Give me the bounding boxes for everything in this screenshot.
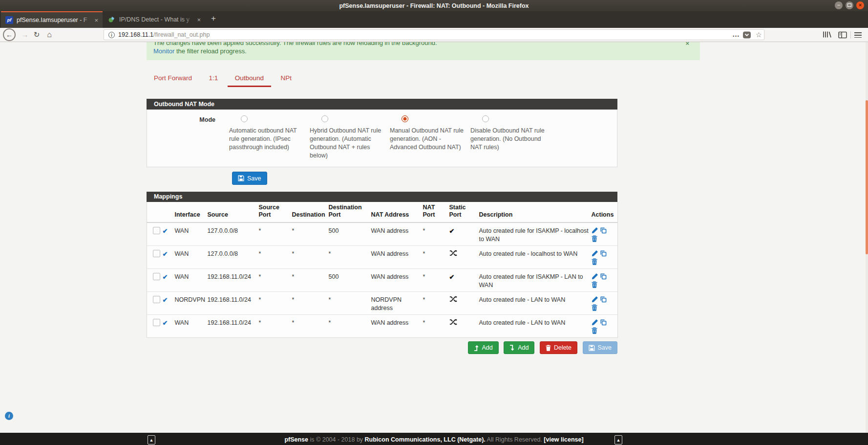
reload-icon[interactable]: ↻ xyxy=(31,28,42,42)
status-cell: ✔ xyxy=(162,315,174,338)
tab-port-forward[interactable]: Port Forward xyxy=(147,71,199,86)
pocket-icon[interactable] xyxy=(743,31,751,41)
actions-cell xyxy=(591,222,618,246)
row-checkbox[interactable] xyxy=(153,227,160,234)
save-mode-button[interactable]: Save xyxy=(232,172,267,185)
select-cell xyxy=(147,269,162,292)
destination-port-cell: * xyxy=(328,246,370,269)
page-actions-icon[interactable]: … xyxy=(731,30,741,44)
add-rule-top-button[interactable]: Add xyxy=(468,341,499,354)
forward-icon[interactable]: → xyxy=(20,28,30,42)
static-port-cell xyxy=(448,315,478,338)
edit-pencil-icon[interactable] xyxy=(592,227,598,235)
header-description: Description xyxy=(478,202,591,222)
save-button-label: Save xyxy=(247,175,261,182)
tab-1-1[interactable]: 1:1 xyxy=(201,71,225,86)
source-port-cell: * xyxy=(258,246,291,269)
close-button[interactable]: × xyxy=(856,1,864,9)
static-port-cell: ✔ xyxy=(448,269,478,292)
trash-icon[interactable] xyxy=(592,235,597,244)
site-info-icon[interactable]: i xyxy=(108,32,115,38)
destination-cell: * xyxy=(291,292,328,315)
add-button-label: Add xyxy=(518,344,529,351)
new-tab-button[interactable]: + xyxy=(211,14,216,23)
edit-pencil-icon[interactable] xyxy=(592,319,598,327)
radio-manual[interactable] xyxy=(402,115,408,122)
row-checkbox[interactable] xyxy=(153,296,160,303)
scrollbar-thumb[interactable] xyxy=(866,100,868,254)
copy-icon[interactable] xyxy=(600,319,607,327)
copy-icon[interactable] xyxy=(600,296,607,304)
browser-tab-pfsense[interactable]: pf pfSense.Iamsuperuser - F × xyxy=(1,11,103,28)
rule-enabled-check-icon[interactable]: ✔ xyxy=(163,227,168,235)
monitor-link[interactable]: Monitor xyxy=(153,47,174,55)
edit-pencil-icon[interactable] xyxy=(592,273,598,281)
copy-icon[interactable] xyxy=(600,273,607,281)
radio-automatic[interactable] xyxy=(241,115,248,122)
tab-close-icon[interactable]: × xyxy=(195,16,205,23)
trash-icon[interactable] xyxy=(592,327,597,335)
rule-enabled-check-icon[interactable]: ✔ xyxy=(163,296,168,304)
back-icon[interactable]: ← xyxy=(3,28,16,41)
view-license-link[interactable]: [view license] xyxy=(544,436,583,443)
row-checkbox[interactable] xyxy=(153,250,160,257)
select-cell xyxy=(147,292,162,315)
sidebar-toggle-icon[interactable] xyxy=(838,31,847,41)
copy-icon[interactable] xyxy=(600,227,607,235)
nat-port-cell: * xyxy=(422,269,448,292)
save-mappings-button[interactable]: Save xyxy=(583,341,618,354)
info-circle-icon[interactable]: i xyxy=(5,412,13,420)
header-select xyxy=(147,202,162,222)
tab-title-fade xyxy=(182,16,195,23)
edit-pencil-icon[interactable] xyxy=(592,296,598,304)
source-cell: 127.0.0.0/8 xyxy=(207,222,258,246)
mode-option-text: Hybrid Outbound NAT rule generation. (Au… xyxy=(310,127,384,160)
trash-icon[interactable] xyxy=(592,258,597,267)
mode-option-text: Manual Outbound NAT rule generation. (AO… xyxy=(390,127,464,152)
edit-pencil-icon[interactable] xyxy=(592,250,598,258)
interface-cell: WAN xyxy=(174,246,207,269)
alert-close-icon[interactable]: × xyxy=(685,42,689,47)
floppy-icon xyxy=(238,175,244,181)
minimize-button[interactable]: − xyxy=(835,1,843,9)
scroll-to-top-icon[interactable]: ▲ xyxy=(614,435,622,445)
row-checkbox[interactable] xyxy=(153,319,160,326)
url-bar[interactable]: i 192.168.11.1/firewall_nat_out.php … ☆ xyxy=(104,29,764,40)
static-port-yes-icon: ✔ xyxy=(449,227,455,235)
tab-close-icon[interactable]: × xyxy=(92,17,103,24)
destination-port-cell: * xyxy=(328,315,370,338)
radio-disable[interactable] xyxy=(482,115,489,122)
interface-cell: WAN xyxy=(174,269,207,292)
destination-cell: * xyxy=(291,246,328,269)
header-destination-port: Destination Port xyxy=(328,202,370,222)
source-port-cell: * xyxy=(258,222,291,246)
hamburger-menu-icon[interactable] xyxy=(854,32,862,39)
level-up-icon xyxy=(474,345,479,351)
add-rule-bottom-button[interactable]: Add xyxy=(504,341,534,354)
window-title: pfSense.Iamsuperuser - Firewall: NAT: Ou… xyxy=(0,0,868,11)
rule-enabled-check-icon[interactable]: ✔ xyxy=(163,273,168,281)
library-icon[interactable] xyxy=(823,30,832,41)
panel-title: Mappings xyxy=(147,192,617,202)
mappings-panel: Mappings Interface Source Source Port De… xyxy=(147,192,617,338)
rule-enabled-check-icon[interactable]: ✔ xyxy=(163,250,168,258)
rule-enabled-check-icon[interactable]: ✔ xyxy=(163,319,168,327)
trash-icon[interactable] xyxy=(592,281,597,289)
maximize-button[interactable] xyxy=(846,1,853,9)
header-destination: Destination xyxy=(291,202,328,222)
radio-hybrid[interactable] xyxy=(321,115,328,122)
tab-npt[interactable]: NPt xyxy=(273,71,299,86)
header-nat-address: NAT Address xyxy=(370,202,422,222)
trash-icon[interactable] xyxy=(592,304,597,312)
interface-cell: WAN xyxy=(174,222,207,246)
copy-icon[interactable] xyxy=(600,250,607,258)
bookmark-star-icon[interactable]: ☆ xyxy=(756,30,764,40)
window-titlebar: pfSense.Iamsuperuser - Firewall: NAT: Ou… xyxy=(0,0,868,11)
mapping-row: ✔ WAN 192.168.11.0/24 * * 500 WAN addres… xyxy=(147,269,618,292)
tab-outbound[interactable]: Outbound xyxy=(228,71,271,87)
delete-selected-button[interactable]: Delete xyxy=(540,341,577,354)
browser-tab-ipdns[interactable]: IP/DNS Detect - What is y × xyxy=(104,11,205,28)
home-icon[interactable]: ⌂ xyxy=(44,28,55,42)
row-checkbox[interactable] xyxy=(153,273,160,280)
description-cell: Auto created rule - LAN to WAN xyxy=(478,292,591,315)
